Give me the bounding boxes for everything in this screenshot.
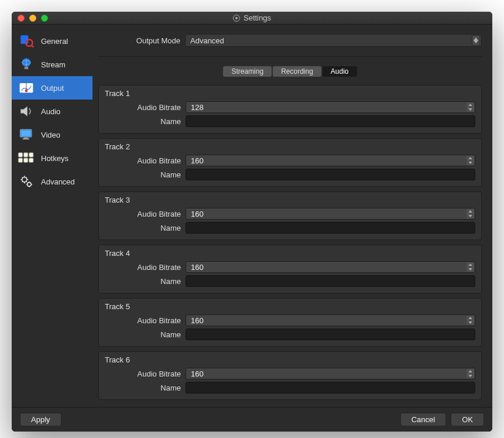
svg-rect-12	[23, 139, 29, 140]
track-group: Track 2Audio Bitrate160Name	[98, 138, 482, 187]
sidebar-item-label: Video	[41, 131, 60, 139]
close-window-button[interactable]	[18, 15, 25, 22]
stepper-icon	[467, 156, 474, 165]
track-name-label: Name	[105, 330, 181, 339]
track-name-row: Name	[105, 328, 475, 340]
tab-streaming[interactable]: Streaming	[223, 66, 272, 77]
stepper-icon	[467, 262, 474, 272]
track-group: Track 3Audio Bitrate160Name	[98, 191, 482, 240]
track-name-input[interactable]	[186, 169, 475, 180]
track-name-label: Name	[105, 117, 181, 126]
track-title: Track 4	[105, 249, 475, 258]
window-body: General Stream	[12, 25, 492, 407]
audio-bitrate-row: Audio Bitrate128	[105, 101, 475, 113]
divider	[98, 56, 482, 57]
advanced-icon	[18, 173, 35, 190]
track-name-input[interactable]	[186, 382, 475, 393]
audio-bitrate-input[interactable]: 128	[186, 101, 475, 113]
audio-bitrate-label: Audio Bitrate	[105, 369, 181, 378]
audio-bitrate-value: 160	[191, 156, 204, 165]
sidebar-item-audio[interactable]: Audio	[12, 100, 92, 123]
sidebar-item-label: General	[41, 37, 68, 46]
sidebar-item-output[interactable]: Output	[12, 76, 92, 100]
svg-rect-5	[25, 67, 29, 69]
track-title: Track 2	[105, 142, 475, 151]
output-mode-label: Output Mode	[98, 36, 180, 45]
audio-icon	[18, 103, 35, 119]
audio-bitrate-value: 128	[191, 103, 204, 112]
settings-window: Settings General	[12, 12, 492, 432]
window-title: Settings	[12, 13, 492, 22]
window-title-text: Settings	[244, 13, 271, 22]
sidebar-item-advanced[interactable]: Advanced	[12, 170, 92, 193]
track-group: Track 5Audio Bitrate160Name	[98, 298, 482, 347]
sidebar-item-video[interactable]: Video	[12, 123, 92, 146]
app-icon	[233, 15, 240, 22]
svg-point-20	[28, 183, 32, 187]
svg-rect-15	[29, 153, 33, 157]
output-mode-row: Output Mode Advanced	[98, 32, 482, 52]
track-name-label: Name	[105, 224, 181, 232]
stepper-icon	[467, 316, 474, 325]
audio-bitrate-row: Audio Bitrate160	[105, 155, 475, 166]
track-title: Track 3	[105, 196, 475, 204]
ok-button[interactable]: OK	[451, 413, 484, 426]
output-icon	[18, 80, 35, 96]
track-name-row: Name	[105, 115, 475, 127]
audio-bitrate-row: Audio Bitrate160	[105, 261, 475, 273]
track-name-row: Name	[105, 169, 475, 180]
track-name-label: Name	[105, 170, 181, 179]
track-title: Track 6	[105, 355, 475, 364]
output-mode-select[interactable]: Advanced	[185, 34, 482, 47]
audio-bitrate-input[interactable]: 160	[186, 261, 475, 273]
track-name-input[interactable]	[186, 275, 475, 287]
track-name-input[interactable]	[186, 115, 475, 127]
track-name-input[interactable]	[186, 222, 475, 234]
stepper-icon	[467, 102, 474, 112]
zoom-window-button[interactable]	[41, 15, 48, 22]
audio-bitrate-label: Audio Bitrate	[105, 316, 181, 325]
track-group: Track 4Audio Bitrate160Name	[98, 245, 482, 293]
track-title: Track 1	[105, 89, 475, 98]
main-panel: Output Mode Advanced Streaming Recording…	[92, 25, 492, 407]
audio-bitrate-label: Audio Bitrate	[105, 103, 181, 112]
audio-bitrate-row: Audio Bitrate160	[105, 368, 475, 379]
general-icon	[18, 33, 35, 49]
audio-bitrate-input[interactable]: 160	[186, 155, 475, 166]
audio-bitrate-input[interactable]: 160	[186, 368, 475, 379]
track-name-label: Name	[105, 277, 181, 286]
output-mode-value: Advanced	[190, 36, 224, 45]
track-name-row: Name	[105, 275, 475, 287]
tab-recording[interactable]: Recording	[273, 66, 321, 77]
apply-button[interactable]: Apply	[20, 413, 61, 426]
svg-point-7	[25, 89, 28, 92]
track-name-label: Name	[105, 384, 181, 392]
sidebar-item-label: Advanced	[41, 177, 75, 186]
track-name-row: Name	[105, 222, 475, 234]
audio-bitrate-label: Audio Bitrate	[105, 156, 181, 165]
audio-bitrate-value: 160	[191, 316, 204, 325]
sidebar-item-general[interactable]: General	[12, 29, 92, 53]
footer: Apply Cancel OK	[12, 407, 492, 432]
minimize-window-button[interactable]	[29, 15, 36, 22]
tab-audio[interactable]: Audio	[323, 66, 357, 77]
titlebar: Settings	[12, 12, 492, 25]
output-tabs: Streaming Recording Audio	[98, 61, 482, 80]
audio-bitrate-input[interactable]: 160	[186, 208, 475, 220]
select-stepper-icon	[472, 35, 480, 46]
sidebar-item-label: Hotkeys	[41, 154, 68, 163]
audio-bitrate-input[interactable]: 160	[186, 314, 475, 326]
stream-icon	[18, 56, 35, 73]
audio-bitrate-row: Audio Bitrate160	[105, 314, 475, 326]
traffic-lights	[12, 15, 48, 22]
audio-bitrate-row: Audio Bitrate160	[105, 208, 475, 220]
track-name-row: Name	[105, 382, 475, 393]
svg-rect-18	[29, 158, 33, 162]
cancel-button[interactable]: Cancel	[400, 413, 446, 426]
sidebar-item-hotkeys[interactable]: Hotkeys	[12, 146, 92, 170]
sidebar: General Stream	[12, 25, 92, 407]
sidebar-item-stream[interactable]: Stream	[12, 53, 92, 76]
track-name-input[interactable]	[186, 328, 475, 340]
audio-bitrate-value: 160	[191, 263, 204, 272]
tracks-container: Track 1Audio Bitrate128NameTrack 2Audio …	[98, 85, 482, 400]
